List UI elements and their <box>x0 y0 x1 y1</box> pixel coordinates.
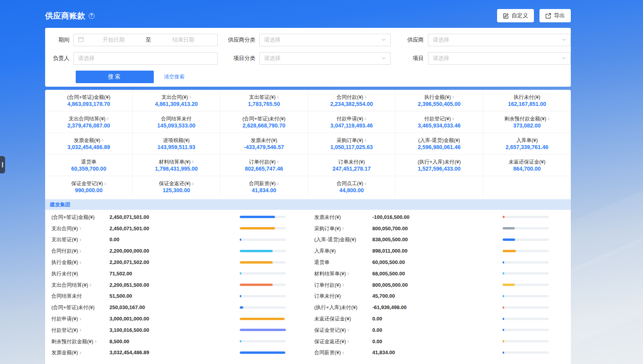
help-icon[interactable]: ? <box>89 13 95 19</box>
export-button[interactable]: 导出 <box>539 9 571 22</box>
detail-label: 保证金登记(¥) <box>314 328 346 333</box>
summary-card[interactable]: 合同薪资(¥) › 41,834.00 <box>220 176 308 198</box>
detail-row: 执行未付(¥) 71,502.00 <box>45 268 308 279</box>
summary-card[interactable]: 执行未付(¥) 162,167,851.00 <box>483 90 571 111</box>
summary-card[interactable]: 保证金返还(¥) › 125,300.00 <box>133 176 220 198</box>
chevron-right-icon[interactable]: › <box>79 328 81 332</box>
chevron-right-icon[interactable]: › <box>347 328 349 332</box>
summary-card[interactable]: 剩余预付款金额(¥) › 373,082.00 <box>483 111 571 133</box>
progress-bar-fill <box>503 261 504 264</box>
progress-bar-track <box>240 295 286 297</box>
summary-card[interactable]: 未返还保证金(¥) 864,700.00 <box>483 155 571 176</box>
chevron-right-icon[interactable]: › <box>347 339 349 344</box>
progress-bar-track <box>503 329 549 331</box>
summary-card[interactable]: 付款登记(¥) › 3,465,934,033.46 <box>395 111 483 133</box>
summary-card[interactable]: 支出合同(¥) › 4,861,309,413.20 <box>133 90 220 111</box>
summary-card[interactable]: 采购订单(¥) › 1,050,117,025.63 <box>308 133 395 155</box>
summary-card[interactable]: 付款申请(¥) › 3,047,119,493.46 <box>308 111 395 133</box>
progress-bar-fill <box>503 238 515 241</box>
chevron-right-icon[interactable]: › <box>79 350 81 355</box>
chevron-right-icon[interactable]: › <box>95 339 97 344</box>
progress-bar-track <box>503 318 549 320</box>
chevron-right-icon[interactable]: › <box>79 260 81 265</box>
chevron-right-icon: › <box>107 116 109 121</box>
summary-card-value: 3,465,934,033.46 <box>418 123 461 128</box>
detail-value: 0.00 <box>372 316 503 322</box>
summary-card[interactable]: 合同结算未付 145,093,533.00 <box>133 111 220 133</box>
progress-bar-fill <box>240 227 275 229</box>
summary-card-value: 162,167,851.00 <box>508 101 546 107</box>
progress-bar-track <box>240 340 286 342</box>
summary-card-value: 2,628,668,790.70 <box>242 123 285 128</box>
group-header[interactable]: 建发集团 <box>45 199 571 210</box>
summary-card-value: 802,665,747.46 <box>245 166 283 171</box>
summary-card[interactable]: 执行金额(¥) › 2,396,550,405.00 <box>395 90 483 111</box>
summary-card[interactable]: 发票金额(¥) › 3,032,454,486.89 <box>45 133 133 155</box>
start-date-placeholder[interactable]: 开始日期 <box>84 36 144 44</box>
summary-card[interactable]: 订单未付(¥) 247,451,278.17 <box>308 155 395 176</box>
summary-card[interactable]: 保证金登记(¥) › 990,000.00 <box>45 176 133 198</box>
summary-card[interactable]: 发票未付(¥) -433,479,546.57 <box>220 133 308 155</box>
summary-card[interactable]: 订单付款(¥) › 802,665,747.46 <box>220 155 308 176</box>
progress-bar-track <box>240 306 286 309</box>
progress-bar-track <box>240 250 286 252</box>
date-range-picker[interactable]: 开始日期 至 结束日期 <box>73 34 218 46</box>
clear-search-link[interactable]: 清空搜索 <box>164 73 184 80</box>
chevron-right-icon[interactable]: › <box>79 237 81 242</box>
chevron-right-icon[interactable]: › <box>342 350 344 355</box>
summary-card[interactable]: 合同付款(¥) › 2,234,382,554.00 <box>308 90 395 111</box>
summary-card-label: 支出合同结算(¥) <box>69 116 106 121</box>
project-category-placeholder: 请选择 <box>264 55 281 62</box>
chevron-right-icon[interactable]: › <box>79 317 81 321</box>
summary-card-label: 保证金返还(¥) <box>159 181 191 186</box>
chevron-right-icon[interactable]: › <box>347 271 349 276</box>
edit-icon <box>503 13 509 19</box>
end-date-placeholder[interactable]: 结束日期 <box>154 36 213 44</box>
summary-card[interactable]: 材料结算单(¥) › 1,798,431,995.00 <box>133 155 220 176</box>
chevron-right-icon[interactable]: › <box>79 226 81 231</box>
manager-select[interactable]: 请选择 <box>73 52 218 65</box>
export-label: 导出 <box>554 12 565 19</box>
summary-card[interactable]: 支出签证(¥) › 1,783,765.50 <box>220 90 308 111</box>
supplier-category-placeholder: 请选择 <box>264 36 281 44</box>
side-panel-handle[interactable] <box>0 156 5 173</box>
summary-card[interactable]: (合同+签证)金额(¥) 4,863,093,178.70 <box>45 90 133 111</box>
search-button[interactable]: 搜索 <box>76 71 154 83</box>
progress-bar-fill <box>240 272 241 275</box>
detail-label: 保证金返还(¥) <box>314 339 346 344</box>
chevron-right-icon[interactable]: › <box>342 282 344 287</box>
supplier-select[interactable]: 请选择 <box>428 34 571 46</box>
summary-card[interactable]: (入库-退货)金额(¥) 2,596,980,061.46 <box>395 133 483 155</box>
filter-panel: 期间 开始日期 至 结束日期 供应商分类 请选择 供应商 请选择 <box>45 28 571 87</box>
progress-bar-track <box>503 250 549 252</box>
detail-label: 执行金额(¥) <box>51 260 78 265</box>
chevron-right-icon[interactable]: › <box>79 249 81 253</box>
summary-card[interactable]: (合同+签证)未付(¥) 2,628,668,790.70 <box>220 111 308 133</box>
detail-row: 发票金额(¥) › 3,032,454,486.89 <box>45 347 308 359</box>
summary-card[interactable]: 退货单 60,359,700.00 <box>45 155 133 176</box>
detail-label: 订单付款(¥) <box>314 282 341 288</box>
detail-value: 51,500.00 <box>109 293 240 299</box>
progress-bar-fill <box>503 351 504 354</box>
project-category-select[interactable]: 请选择 <box>259 52 391 65</box>
customize-button[interactable]: 自定义 <box>497 9 534 22</box>
detail-value: 68,005,500.00 <box>372 271 503 277</box>
summary-card[interactable]: 进项税额(¥) 143,959,511.93 <box>133 133 220 155</box>
summary-card[interactable]: 合同点工(¥) › 44,800.00 <box>308 176 395 198</box>
progress-bar-fill <box>240 306 243 309</box>
supplier-category-select[interactable]: 请选择 <box>259 34 391 46</box>
project-select[interactable]: 请选择 <box>428 52 571 65</box>
summary-card[interactable]: 支出合同结算(¥) › 2,379,476,087.00 <box>45 111 133 133</box>
summary-card[interactable] <box>395 176 483 198</box>
supplier-label: 供应商 <box>400 36 424 44</box>
progress-bar-fill <box>240 284 273 286</box>
project-category-label: 项目分类 <box>226 55 255 62</box>
detail-row: 支出合同(¥) › 2,450,071,501.00 <box>45 223 308 234</box>
summary-card[interactable] <box>483 176 571 198</box>
summary-card[interactable]: (执行+入库)未付(¥) 1,527,596,433.00 <box>395 155 483 176</box>
summary-card[interactable]: 入库单(¥) 2,657,339,761.46 <box>483 133 571 155</box>
detail-label: (入库-退货)金额(¥) <box>314 237 356 242</box>
chevron-right-icon[interactable]: › <box>89 282 91 287</box>
progress-bar-fill <box>503 250 516 252</box>
chevron-right-icon[interactable]: › <box>342 226 344 231</box>
